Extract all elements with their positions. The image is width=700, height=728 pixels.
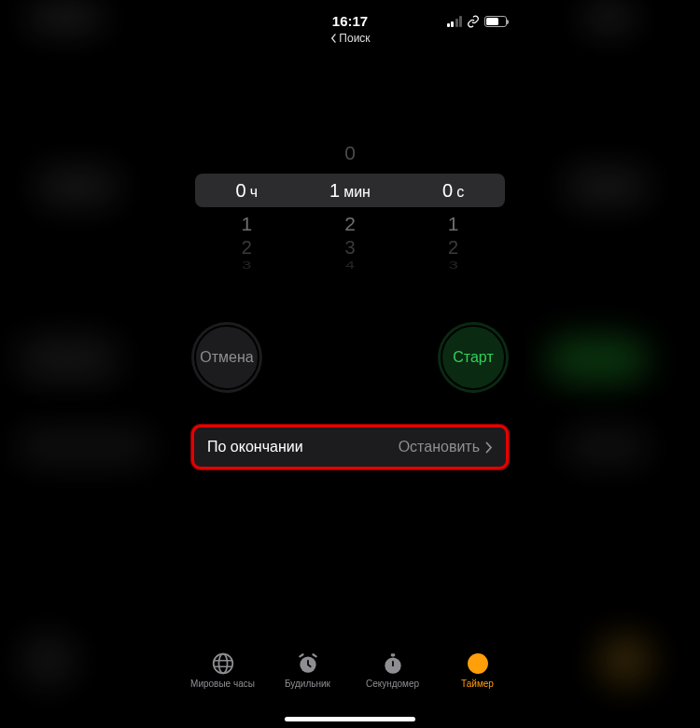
signal-icon bbox=[447, 16, 463, 27]
picker-minutes-above: 0 bbox=[299, 142, 402, 164]
back-label: Поиск bbox=[339, 32, 370, 45]
svg-point-0 bbox=[213, 654, 232, 674]
picker-hours-selected[interactable]: 0ч bbox=[195, 180, 299, 202]
tab-stopwatch[interactable]: Секундомер bbox=[350, 651, 435, 689]
status-time: 16:17 bbox=[332, 13, 368, 29]
when-timer-ends-row[interactable]: По окончании Остановить bbox=[191, 425, 509, 469]
status-bar: 16:17 bbox=[175, 13, 525, 32]
picker-seconds-b1: 1 bbox=[401, 213, 505, 235]
chevron-left-icon bbox=[329, 34, 337, 43]
phone-screen: 16:17 Поиск 0 0ч bbox=[175, 0, 525, 728]
chevron-right-icon bbox=[485, 441, 493, 454]
when-ends-label: По окончании bbox=[207, 439, 303, 455]
tab-timer-label: Таймер bbox=[461, 679, 494, 689]
picker-seconds-selected[interactable]: 0с bbox=[401, 180, 505, 202]
picker-seconds-b3: 3 bbox=[401, 259, 505, 272]
battery-icon bbox=[484, 16, 507, 27]
hotspot-icon bbox=[467, 15, 480, 28]
cancel-button[interactable]: Отмена bbox=[191, 322, 262, 393]
cancel-button-label: Отмена bbox=[200, 349, 253, 366]
picker-minutes-b1: 2 bbox=[299, 213, 402, 235]
timer-buttons: Отмена Старт bbox=[191, 322, 509, 393]
tab-world-clock[interactable]: Мировые часы bbox=[180, 651, 265, 689]
picker-hours-above bbox=[195, 142, 299, 164]
globe-icon bbox=[211, 651, 235, 676]
start-button-label: Старт bbox=[453, 349, 493, 366]
picker-hours-b3: 3 bbox=[195, 259, 299, 272]
status-indicators bbox=[447, 15, 508, 28]
time-picker[interactable]: 0 0ч 1мин 0с 1 2 1 2 3 2 3 4 3 bbox=[195, 140, 505, 271]
tab-world-label: Мировые часы bbox=[190, 679, 255, 689]
picker-selection-bar: 0ч 1мин 0с bbox=[195, 174, 505, 207]
alarm-icon bbox=[296, 651, 320, 676]
picker-minutes-selected[interactable]: 1мин bbox=[299, 180, 402, 202]
picker-seconds-above bbox=[401, 142, 505, 164]
tab-timer[interactable]: Таймер bbox=[435, 651, 520, 689]
stopwatch-icon bbox=[381, 651, 405, 676]
svg-rect-4 bbox=[390, 653, 394, 656]
tab-stopwatch-label: Секундомер bbox=[366, 679, 419, 689]
start-button[interactable]: Старт bbox=[438, 322, 509, 393]
picker-hours-b1: 1 bbox=[195, 213, 299, 235]
home-indicator[interactable] bbox=[285, 717, 415, 721]
tab-bar: Мировые часы Будильник Секундомер Тайм bbox=[175, 651, 525, 709]
svg-point-1 bbox=[218, 654, 227, 674]
when-ends-value: Остановить bbox=[399, 439, 480, 455]
back-breadcrumb[interactable]: Поиск bbox=[329, 32, 370, 45]
tab-alarm-label: Будильник bbox=[285, 679, 330, 689]
picker-minutes-b3: 4 bbox=[299, 259, 402, 272]
timer-icon bbox=[466, 651, 490, 676]
tab-alarm[interactable]: Будильник bbox=[265, 651, 350, 689]
